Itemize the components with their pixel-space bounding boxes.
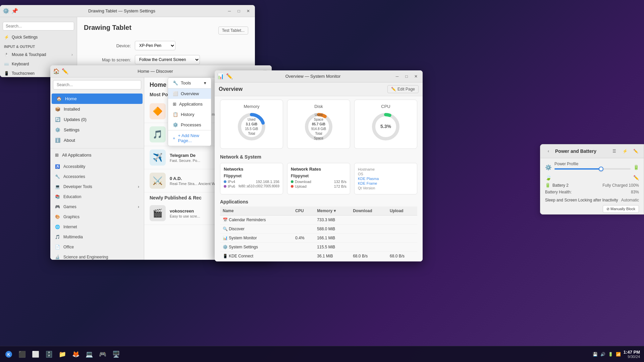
taskbar-left: K ⬛ ⬜ 🗄️ 📁 🦊 💻 🎮 🖥️	[0, 348, 125, 360]
discover-nav-home[interactable]: 🏠 Home	[52, 94, 143, 104]
taskbar-files-icon[interactable]: 🗄️	[43, 348, 55, 360]
input-output-header: Input & Output	[0, 42, 77, 50]
test-tablet-btn[interactable]: Test Tablet...	[218, 26, 248, 35]
submenu-applications[interactable]: ⊞ Applications	[168, 99, 211, 109]
taskbar-clock[interactable]: 1:47 PM 9/30/24	[624, 350, 640, 359]
taskbar-time: 1:47 PM	[624, 350, 640, 355]
taskbar-folder-icon[interactable]: 📁	[56, 348, 68, 360]
taskbar-hdd-icon: 💾	[593, 352, 598, 357]
taskbar: K ⬛ ⬜ 🗄️ 📁 🦊 💻 🎮 🖥️ 💾 🔊 🔋 📶 1:47 PM 9/30…	[0, 346, 644, 362]
discover-nav-settings[interactable]: ⚙️ Settings	[50, 125, 144, 135]
sysmon-toolbar: Overview ✏️ Edit Page	[215, 82, 423, 96]
power-slider-thumb	[599, 167, 603, 171]
submenu-overview[interactable]: ⬜ Overview	[168, 88, 211, 99]
taskbar-terminal-icon[interactable]: 💻	[83, 348, 95, 360]
power-edit2-icon: ✏️	[633, 175, 639, 180]
taskbar-volume-icon[interactable]: 🔊	[600, 352, 605, 357]
updates-icon: 🔄	[55, 117, 60, 122]
app-download-kdeconnect: 68.0 B/s	[350, 252, 387, 261]
submenu-processes[interactable]: ⚙️ Processes	[168, 120, 211, 130]
app-memory-syssettings: 115.5 MiB	[314, 243, 350, 252]
settings-minimize-btn[interactable]: ─	[225, 7, 233, 15]
power-settings-btn[interactable]: ⚡	[621, 147, 629, 155]
disk-used-value: 85.7 GiB	[311, 122, 326, 127]
discover-nav-about[interactable]: ℹ️ About	[50, 135, 144, 145]
network-section-title: Network & System	[215, 152, 423, 161]
disk-total-label: Total Space	[311, 131, 326, 141]
settings-close-btn[interactable]: ✕	[244, 7, 252, 15]
app-name-discover: 🔍 Discover	[220, 225, 292, 234]
device-row: Device: XP-Pen Pen	[84, 41, 248, 50]
sysmon-app-icon: 📊	[217, 73, 224, 79]
cat-education[interactable]: 📚 Education	[50, 192, 144, 202]
taskbar-pager-icon[interactable]: ⬛	[16, 348, 28, 360]
col-cpu: CPU	[292, 206, 314, 216]
kde-plasma-key: KDE Plasma	[358, 177, 379, 181]
settings-search-input[interactable]	[3, 22, 74, 31]
sysmon-memory-card: Memory Used 3.1 GiB 15.5 GiB Total	[220, 100, 283, 149]
sysmon-minimize-btn[interactable]: ─	[393, 72, 401, 80]
power-menu-btn[interactable]: ☰	[610, 147, 618, 155]
settings-quick-settings[interactable]: ⚡ Quick Settings	[0, 33, 77, 42]
submenu-add-page[interactable]: + + Add New Page...	[168, 130, 211, 146]
discover-search-input[interactable]	[53, 80, 141, 89]
power-slider-track[interactable]	[554, 168, 631, 170]
upload-value: 172 B/s	[334, 184, 346, 188]
cat-multimedia[interactable]: 🎵 Multimedia	[50, 232, 144, 242]
app-row-syssettings[interactable]: ⚙️ System Settings 115.5 MiB	[220, 243, 417, 252]
vlc-icon: 🔶	[150, 103, 166, 119]
map-select[interactable]: Follow the Current Screen	[135, 55, 200, 64]
taskbar-kde-icon[interactable]: K	[3, 348, 15, 360]
download-label: Download	[291, 180, 311, 184]
taskbar-right: 💾 🔊 🔋 📶 1:47 PM 9/30/24	[589, 350, 644, 359]
cat-graphics[interactable]: 🎨 Graphics	[50, 212, 144, 222]
device-select[interactable]: XP-Pen Pen	[135, 41, 175, 50]
sysmon-apps-table: Name CPU Memory ▾ Download Upload 📅	[220, 206, 417, 261]
settings-maximize-btn[interactable]: □	[235, 7, 243, 15]
cat-developer-tools[interactable]: 💻 Developer Tools ›	[50, 182, 144, 192]
app-row-kdeconnect[interactable]: 📱 KDE Connect 36.1 MiB 68.0 B/s 68.0 B/s	[220, 252, 417, 261]
app-row-sysmon[interactable]: 📊 System Monitor 0.4% 166.1 MiB	[220, 234, 417, 243]
taskbar-display-icon[interactable]: 🖥️	[110, 348, 122, 360]
home-icon: 🏠	[56, 96, 62, 101]
cat-science[interactable]: 🔬 Science and Engineering	[50, 252, 144, 260]
app-row-discover[interactable]: 🔍 Discover 588.0 MiB	[220, 225, 417, 234]
sysmon-edit-page-btn[interactable]: ✏️ Edit Page	[387, 85, 419, 93]
sysmon-maximize-btn[interactable]: □	[402, 72, 411, 80]
download-row: Download 132 B/s	[291, 180, 346, 184]
cat-accessories[interactable]: 🔧 Accessories	[50, 172, 144, 182]
download-value: 132 B/s	[334, 180, 346, 184]
taskbar-gamepad-icon[interactable]: 🎮	[97, 348, 109, 360]
os-row: OS	[358, 172, 414, 176]
discover-all-applications[interactable]: ⊞ All Applications	[50, 150, 144, 160]
taskbar-network-icon[interactable]: 📶	[616, 352, 621, 357]
discover-nav-installed[interactable]: 📦 Installed	[50, 104, 144, 114]
power-profile-icon: ⚙️	[545, 164, 552, 171]
cpu-donut-text: 5.3%	[380, 123, 391, 130]
disk-title: Disk	[291, 104, 346, 109]
taskbar-firefox-icon[interactable]: 🦊	[70, 348, 82, 360]
discover-nav-updates[interactable]: 🔄 Updates (0)	[50, 114, 144, 125]
discover-categories: ♿ Accessibility 🔧 Accessories 💻 Develope…	[50, 160, 144, 260]
submenu-history[interactable]: 📋 History	[168, 109, 211, 120]
settings-app-icon: ⚙️	[3, 8, 9, 14]
cat-office[interactable]: 📄 Office	[50, 242, 144, 252]
settings-window-controls: ─ □ ✕	[225, 7, 252, 15]
upload-row: Upload 172 B/s	[291, 184, 346, 188]
power-title: Power and Battery	[555, 148, 607, 154]
block-icon: ⊘	[606, 207, 609, 211]
nav-mouse[interactable]: 🖱️ Mouse & Touchpad ›	[0, 50, 77, 59]
power-edit-btn[interactable]: ✏️	[632, 147, 640, 155]
taskbar-window-manager-icon[interactable]: ⬜	[30, 348, 42, 360]
syssettings-row-icon: ⚙️	[223, 245, 228, 249]
sleep-value: Automatic	[621, 198, 639, 202]
power-back-btn[interactable]: ‹	[544, 147, 552, 155]
app-row-calendar[interactable]: 📅 Calendar Reminders 733.3 MiB	[220, 216, 417, 225]
sysmon-close-btn[interactable]: ✕	[412, 72, 420, 80]
cat-games[interactable]: 🎮 Games ›	[50, 202, 144, 212]
cat-internet[interactable]: 🌐 Internet	[50, 222, 144, 232]
taskbar-battery-icon[interactable]: 🔋	[608, 352, 613, 357]
cat-accessibility[interactable]: ♿ Accessibility	[50, 162, 144, 172]
kdeconnect-row-icon: 📱	[223, 254, 228, 258]
manually-block-btn[interactable]: ⊘ Manually Block	[603, 205, 639, 213]
